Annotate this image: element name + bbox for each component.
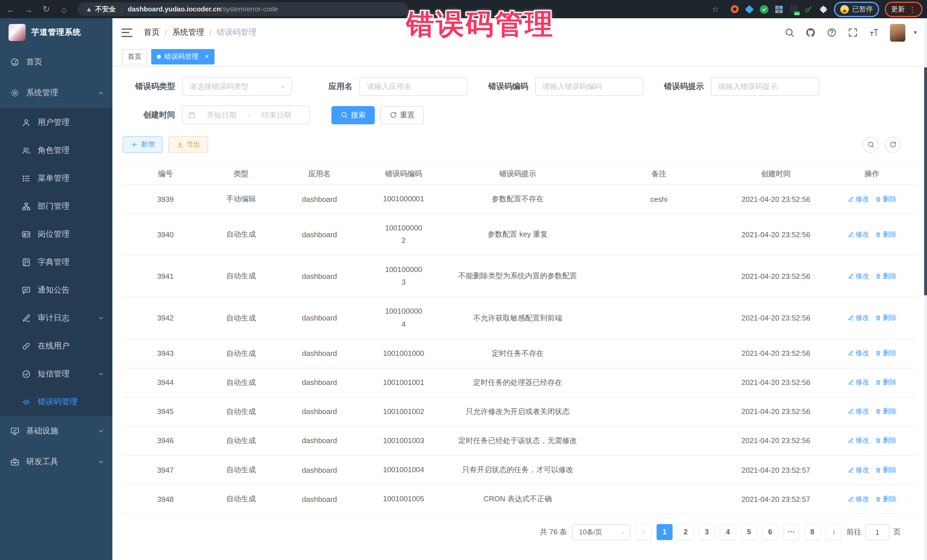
sidebar-item[interactable]: 岗位管理	[0, 220, 112, 248]
filter-input[interactable]	[535, 77, 643, 96]
page-button[interactable]: 5	[741, 524, 757, 540]
edit-link[interactable]: 修改	[847, 436, 869, 446]
scrollbar-thumb[interactable]	[924, 67, 927, 295]
github-icon[interactable]	[805, 27, 816, 38]
app-logo-row[interactable]: 芋道管理系统	[0, 18, 112, 47]
user-avatar[interactable]	[890, 24, 905, 41]
browser-back-icon[interactable]: ←	[4, 2, 18, 16]
goto-page-input[interactable]	[865, 524, 889, 540]
sidebar-item[interactable]: 通知公告	[0, 276, 112, 304]
close-icon[interactable]: ×	[205, 52, 209, 61]
sidebar-item[interactable]: 首页	[0, 47, 112, 77]
edit-link[interactable]: 修改	[847, 494, 869, 504]
grid-ext-icon[interactable]	[774, 4, 784, 14]
browser-update-pill[interactable]: 更新 ⋮	[885, 2, 922, 17]
tag-item[interactable]: 首页	[122, 49, 147, 64]
filter-input-field[interactable]	[711, 82, 819, 91]
browser-reload-icon[interactable]: ↻	[40, 2, 53, 16]
page-button[interactable]: 3	[699, 524, 715, 540]
browser-home-icon[interactable]: ⌂	[57, 2, 71, 16]
adblock-ext-icon[interactable]	[729, 4, 739, 14]
delete-link[interactable]: 删除	[875, 194, 897, 204]
fullscreen-icon[interactable]	[848, 27, 858, 38]
edit-link[interactable]: 修改	[847, 465, 869, 475]
page-button[interactable]: 6	[762, 524, 778, 540]
delete-link[interactable]: 删除	[875, 229, 897, 239]
page-size-select[interactable]: 10条/页	[572, 524, 631, 540]
filter-input[interactable]	[359, 77, 468, 96]
puzzle-ext-icon[interactable]	[819, 4, 828, 14]
tag-active[interactable]: 错误码管理×	[151, 49, 214, 64]
edit-link[interactable]: 修改	[847, 229, 869, 239]
filter-input[interactable]	[711, 77, 819, 96]
edit-link[interactable]: 修改	[847, 313, 869, 323]
green-circle-ext-icon[interactable]	[759, 4, 769, 14]
sidebar-item[interactable]: 在线用户	[0, 332, 112, 360]
sidebar-item[interactable]: 基础设施	[0, 416, 112, 446]
create-time-cell: 2021-04-20 23:52:56	[725, 255, 827, 297]
edit-label: 修改	[856, 465, 869, 475]
bookmark-star-icon[interactable]: ☆	[708, 2, 722, 16]
edit-link[interactable]: 修改	[847, 407, 869, 417]
reset-button[interactable]: 重置	[380, 106, 424, 124]
paused-extension-pill[interactable]: 已暂停	[834, 2, 879, 17]
table-row: 3939手动编辑dashboard1001000001参数配置不存在ceshi2…	[123, 185, 917, 214]
edit-link[interactable]: 修改	[847, 194, 869, 204]
add-button[interactable]: 新增	[123, 136, 163, 153]
create-time-cell: 2021-04-20 23:52:56	[725, 368, 827, 397]
edit-link[interactable]: 修改	[847, 378, 869, 387]
sidebar-item[interactable]: 字典管理	[0, 248, 112, 276]
next-page-button[interactable]	[825, 524, 842, 540]
sidebar-item[interactable]: 菜单管理	[0, 164, 112, 192]
address-bar[interactable]: ▲ 不安全 dashboard.yudao.iocoder.cn/system/…	[78, 2, 409, 16]
page-scrollbar[interactable]	[924, 18, 927, 560]
edit-link[interactable]: 修改	[847, 272, 869, 281]
chevron-down-icon[interactable]: ▼	[913, 30, 918, 35]
delete-link[interactable]: 删除	[875, 465, 897, 475]
breadcrumb-item[interactable]: 系统管理	[172, 27, 204, 38]
page-button[interactable]: 4	[720, 524, 736, 540]
sidebar-item[interactable]: 短信管理	[0, 360, 112, 388]
toggle-search-button[interactable]	[863, 137, 878, 153]
sidebar-item[interactable]: 部门管理	[0, 192, 112, 220]
filter-input-field[interactable]	[360, 82, 467, 91]
sidebar-item[interactable]: 错误码管理	[0, 388, 112, 416]
page-button[interactable]: 1	[656, 524, 673, 540]
delete-link[interactable]: 删除	[875, 407, 897, 417]
date-range-picker[interactable]: 开始日期 - 结束日期	[182, 106, 310, 124]
delete-link[interactable]: 删除	[875, 436, 897, 446]
delete-link[interactable]: 删除	[875, 313, 897, 323]
page-button[interactable]: 2	[678, 524, 694, 540]
font-size-icon[interactable]	[869, 27, 879, 38]
sidebar-item[interactable]: 角色管理	[0, 136, 112, 164]
help-icon[interactable]	[827, 27, 837, 38]
page-ellipsis[interactable]: ···	[783, 524, 799, 540]
breadcrumb-item[interactable]: 首页	[144, 27, 160, 38]
key-ext-icon[interactable]	[804, 4, 813, 14]
edit-link[interactable]: 修改	[847, 348, 869, 358]
delete-link[interactable]: 删除	[875, 272, 897, 281]
export-button[interactable]: 导出	[168, 136, 208, 153]
delete-link[interactable]: 删除	[875, 348, 897, 358]
refresh-table-button[interactable]	[885, 137, 901, 153]
delete-link[interactable]: 删除	[875, 494, 897, 504]
page-content: 错误码类型请选择错误码类型应用名错误码编码错误码提示 创建时间 开始日期 - 结…	[112, 67, 927, 540]
kebab-menu-icon[interactable]: ⋮	[909, 5, 916, 13]
hamburger-icon[interactable]	[122, 28, 132, 37]
sidebar-item[interactable]: 用户管理	[0, 108, 112, 136]
page-button[interactable]: 8	[804, 524, 820, 540]
search-icon[interactable]	[784, 27, 795, 38]
delete-icon	[875, 496, 881, 502]
sidebar-item[interactable]: 系统管理	[0, 77, 112, 108]
sidebar-item[interactable]: 研发工具	[0, 446, 112, 477]
filter-select[interactable]: 请选择错误码类型	[182, 77, 292, 96]
proxy-ext-icon[interactable]: on	[789, 4, 799, 14]
filter-input-field[interactable]	[536, 82, 643, 91]
operation-cell: 修改删除	[827, 185, 917, 214]
gem-ext-icon[interactable]	[745, 4, 754, 14]
search-button[interactable]: 搜索	[331, 106, 375, 124]
browser-forward-icon[interactable]: →	[22, 2, 35, 16]
delete-link[interactable]: 删除	[875, 378, 897, 387]
prev-page-button[interactable]	[635, 524, 652, 540]
sidebar-item[interactable]: 审计日志	[0, 304, 112, 332]
